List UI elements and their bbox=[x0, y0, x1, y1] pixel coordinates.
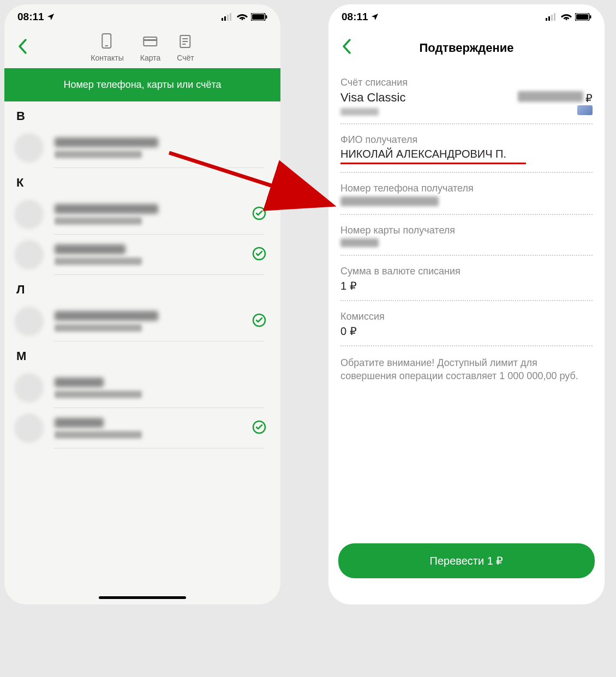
contact-name-blurred bbox=[55, 378, 104, 387]
svg-rect-24 bbox=[576, 14, 588, 20]
svg-rect-6 bbox=[266, 15, 267, 19]
avatar bbox=[14, 240, 44, 269]
svg-rect-20 bbox=[548, 16, 550, 21]
section-header: К bbox=[4, 168, 280, 194]
commission-label: Комиссия bbox=[340, 311, 593, 322]
tab-contacts-label: Контакты bbox=[91, 53, 123, 62]
tab-account-label: Счёт bbox=[177, 53, 194, 62]
back-button[interactable] bbox=[13, 33, 32, 63]
card-icon bbox=[142, 33, 159, 49]
annotation-underline bbox=[340, 163, 526, 164]
divider bbox=[340, 214, 593, 215]
recipient-card-blurred bbox=[340, 238, 379, 247]
contacts-list[interactable]: В К Л М bbox=[4, 101, 280, 604]
mini-card-icon bbox=[577, 105, 593, 115]
contacts-screen: 08:11 Контакты bbox=[4, 4, 280, 604]
tab-card[interactable]: Карта bbox=[140, 33, 160, 62]
home-indicator[interactable] bbox=[99, 596, 186, 599]
sber-check-icon bbox=[252, 206, 266, 223]
debit-balance-blurred bbox=[518, 91, 583, 102]
recipient-card-label: Номер карты получателя bbox=[340, 225, 593, 236]
contact-row[interactable] bbox=[4, 408, 280, 448]
section-header: Л bbox=[4, 275, 280, 301]
debit-account-label: Счёт списания bbox=[340, 77, 593, 88]
battery-icon bbox=[251, 13, 267, 21]
search-input[interactable]: Номер телефона, карты или счёта bbox=[4, 68, 280, 101]
amount-value: 1 ₽ bbox=[340, 279, 593, 292]
debit-account-name: Visa Classic bbox=[340, 91, 405, 105]
back-button[interactable] bbox=[337, 33, 356, 63]
avatar bbox=[14, 307, 44, 336]
page-title: Подтверждение bbox=[419, 41, 513, 55]
sber-check-icon bbox=[252, 420, 266, 436]
svg-rect-0 bbox=[222, 18, 223, 21]
contact-row[interactable] bbox=[4, 128, 280, 168]
divider bbox=[340, 345, 593, 346]
divider bbox=[340, 123, 593, 124]
contact-phone-blurred bbox=[55, 217, 142, 225]
confirmation-details: Счёт списания Visa Classic ₽ ФИО получат… bbox=[328, 68, 605, 543]
battery-icon bbox=[575, 13, 591, 21]
contact-row[interactable] bbox=[4, 368, 280, 408]
phone-icon bbox=[99, 33, 116, 49]
section-header: В bbox=[4, 101, 280, 128]
wifi-icon bbox=[237, 13, 248, 21]
amount-block: Сумма в валюте списания 1 ₽ bbox=[340, 266, 593, 292]
debit-card-number-blurred bbox=[340, 108, 379, 116]
recipient-card-block: Номер карты получателя bbox=[340, 225, 593, 247]
avatar bbox=[14, 200, 44, 229]
contact-name-blurred bbox=[55, 204, 158, 214]
wifi-icon bbox=[561, 13, 572, 21]
divider bbox=[340, 300, 593, 301]
tab-account[interactable]: Счёт bbox=[177, 33, 194, 62]
svg-rect-10 bbox=[144, 39, 157, 41]
contact-row[interactable] bbox=[4, 235, 280, 275]
sber-check-icon bbox=[252, 313, 266, 329]
avatar bbox=[14, 414, 44, 443]
svg-rect-22 bbox=[554, 13, 555, 21]
cellular-signal-icon bbox=[222, 13, 234, 21]
divider bbox=[340, 255, 593, 256]
svg-rect-1 bbox=[224, 16, 226, 21]
svg-rect-5 bbox=[252, 14, 264, 20]
contact-phone-blurred bbox=[55, 151, 142, 158]
contact-phone-blurred bbox=[55, 324, 142, 332]
contact-name-blurred bbox=[55, 311, 158, 321]
recipient-phone-block: Номер телефона получателя bbox=[340, 183, 593, 206]
contact-row[interactable] bbox=[4, 301, 280, 342]
transfer-button[interactable]: Перевести 1 ₽ bbox=[338, 543, 595, 578]
status-bar: 08:11 bbox=[328, 4, 605, 27]
contact-name-blurred bbox=[55, 244, 125, 254]
sber-check-icon bbox=[252, 247, 266, 263]
recipient-name-value: НИКОЛАЙ АЛЕКСАНДРОВИЧ П. bbox=[340, 148, 593, 160]
cellular-signal-icon bbox=[546, 13, 558, 21]
svg-rect-25 bbox=[590, 15, 591, 19]
location-icon bbox=[370, 13, 379, 21]
status-time: 08:11 bbox=[342, 11, 368, 23]
contact-phone-blurred bbox=[55, 391, 142, 398]
transfer-button-label: Перевести 1 ₽ bbox=[430, 555, 504, 567]
svg-rect-21 bbox=[551, 15, 553, 21]
confirmation-screen: 08:11 Подтверждение Счёт списания bbox=[328, 4, 605, 604]
amount-label: Сумма в валюте списания bbox=[340, 266, 593, 277]
contact-phone-blurred bbox=[55, 431, 142, 439]
svg-rect-8 bbox=[105, 45, 109, 46]
avatar bbox=[14, 373, 44, 403]
recipient-name-label: ФИО получателя bbox=[340, 134, 593, 146]
limit-notice: Обратите внимание! Доступный лимит для с… bbox=[340, 356, 593, 383]
commission-value: 0 ₽ bbox=[340, 325, 593, 338]
avatar bbox=[14, 133, 44, 163]
contact-row[interactable] bbox=[4, 194, 280, 235]
search-placeholder: Номер телефона, карты или счёта bbox=[63, 79, 221, 90]
svg-rect-19 bbox=[546, 18, 547, 21]
debit-account-block: Счёт списания Visa Classic ₽ bbox=[340, 77, 593, 116]
currency-suffix: ₽ bbox=[585, 92, 593, 105]
top-nav: Контакты Карта Счёт bbox=[4, 27, 280, 68]
contact-name-blurred bbox=[55, 137, 158, 147]
contact-name-blurred bbox=[55, 418, 104, 428]
header: Подтверждение bbox=[328, 27, 605, 68]
tab-contacts[interactable]: Контакты bbox=[91, 33, 123, 62]
location-icon bbox=[46, 13, 55, 21]
contact-phone-blurred bbox=[55, 257, 142, 265]
commission-block: Комиссия 0 ₽ bbox=[340, 311, 593, 338]
